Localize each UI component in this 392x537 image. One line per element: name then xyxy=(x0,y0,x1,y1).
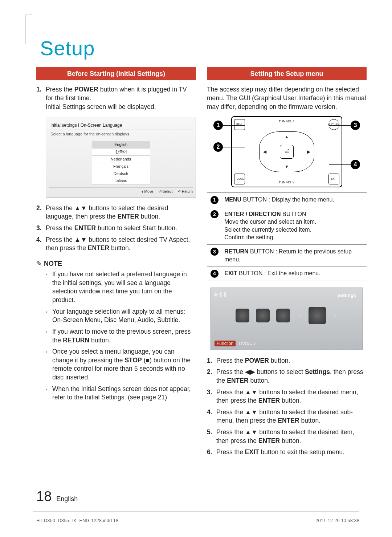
row-number: 4 xyxy=(211,270,219,278)
row-number: 2 xyxy=(211,210,219,218)
note-item: Your language selection will apply to al… xyxy=(46,308,196,325)
note-item: If you have not selected a preferred lan… xyxy=(46,270,196,305)
footer-timestamp: 2011-12-29 10:58:38 xyxy=(315,518,359,523)
down-arrow-icon: ▼ xyxy=(285,164,289,170)
left-step: Press the POWER button when it is plugge… xyxy=(36,85,196,111)
row-number: 1 xyxy=(211,196,219,204)
enter-button-icon: ⏎ xyxy=(280,145,294,159)
table-row: 3 RETURN BUTTON : Return to the previous… xyxy=(207,245,367,267)
footer-move: ♦ Move xyxy=(142,190,153,194)
remote-outline: MENU RETURN TOOLS EXIT TUNING ∧ TUNING ∨… xyxy=(231,116,342,187)
note-list: If you have not selected a preferred lan… xyxy=(36,270,196,402)
left-column: Before Starting (Initial Settings) Press… xyxy=(36,67,196,463)
dpad-ring: ▲ ▼ ◀ ▶ ⏎ xyxy=(259,131,314,172)
row-desc: ENTER / DIRECTION BUTTONMove the cursor … xyxy=(222,207,367,244)
right-section-heading: Setting the Setup menu xyxy=(207,67,367,80)
exit-button-icon: EXIT xyxy=(328,174,339,184)
button-description-table: 1 MENU BUTTON : Display the home menu. 2… xyxy=(207,192,367,281)
page-number-block: 18 English xyxy=(36,489,78,504)
manual-page: Setup Before Starting (Initial Settings)… xyxy=(0,0,392,537)
left-steps-cont: Press the ▲▼ buttons to select the desir… xyxy=(36,204,196,253)
lang-item: Italiano xyxy=(92,177,150,184)
footer-file: HT-D350_D355-TK_ENG-1228.indd 18 xyxy=(36,518,118,523)
right-steps: Press the POWER button. Press the ◀▶ but… xyxy=(207,357,367,457)
source-label: DVD/CD xyxy=(239,341,256,346)
screenshot-footer: ♦ Move ⏎ Select ↶ Return xyxy=(49,187,193,194)
left-arrow-icon: ‹ xyxy=(297,310,302,320)
screenshot-title: Initial settings I On-Screen Language xyxy=(49,121,193,130)
left-section-heading: Before Starting (Initial Settings) xyxy=(36,67,196,80)
return-button-icon: RETURN xyxy=(328,119,339,130)
callout-3: 3 xyxy=(351,121,360,130)
note-item: If you want to move to the previous scre… xyxy=(46,328,196,345)
footer-meta: HT-D350_D355-TK_ENG-1228.indd 18 2011-12… xyxy=(36,518,359,523)
right-intro: The access step may differ depending on … xyxy=(207,85,367,111)
left-step: Press the ENTER button to select Start b… xyxy=(36,224,196,233)
footer-return: ↶ Return xyxy=(178,190,193,194)
lang-item: 한국어 xyxy=(92,149,150,156)
page-title: Setup xyxy=(40,36,367,60)
table-row: 4 EXIT BUTTON : Exit the setup menu. xyxy=(207,267,367,281)
tuning-up-label: TUNING ∧ xyxy=(279,119,295,123)
lang-item: Français xyxy=(92,163,150,170)
gui-footer: Function DVD/CD xyxy=(215,341,256,346)
right-step: Press the ▲▼ buttons to select the desir… xyxy=(207,388,367,405)
gui-icon xyxy=(236,309,249,322)
gui-icon-settings xyxy=(309,307,326,324)
table-row: 1 MENU BUTTON : Display the home menu. xyxy=(207,193,367,207)
left-steps: Press the POWER button when it is plugge… xyxy=(36,85,196,111)
page-number: 18 xyxy=(36,489,52,504)
right-arrow-icon: ▶ xyxy=(307,149,310,155)
callout-1: 1 xyxy=(213,121,223,130)
gui-label: Settings xyxy=(338,292,356,299)
lang-item: Nederlands xyxy=(92,156,150,163)
footer-rule xyxy=(33,511,359,512)
left-step: Press the ▲▼ buttons to select desired T… xyxy=(36,236,196,253)
left-step: Press the ▲▼ buttons to select the desir… xyxy=(36,204,196,221)
screenshot-subtitle: Select a language for the on-screen disp… xyxy=(49,130,193,138)
tuning-down-label: TUNING ∨ xyxy=(279,180,295,184)
row-desc: EXIT BUTTON : Exit the setup menu. xyxy=(222,267,367,281)
lang-item: Deutsch xyxy=(92,170,150,178)
menu-button-icon: MENU xyxy=(234,119,245,130)
footer-select: ⏎ Select xyxy=(159,190,173,194)
left-arrow-icon: ◀ xyxy=(263,149,266,155)
settings-gui-mock: ▶❚❚ Settings ‹ › Function DVD/CD xyxy=(211,288,363,350)
play-pause-icon: ▶❚❚ xyxy=(215,291,227,298)
right-step: Press the ◀▶ buttons to select Settings,… xyxy=(207,368,367,385)
row-number: 3 xyxy=(211,248,219,256)
corner-mark xyxy=(25,15,32,44)
right-step: Press the EXIT button to exit the setup … xyxy=(207,448,367,457)
up-arrow-icon: ▲ xyxy=(285,134,289,140)
lang-item: English xyxy=(92,141,150,149)
table-row: 2 ENTER / DIRECTION BUTTONMove the curso… xyxy=(207,207,367,244)
right-arrow-icon: › xyxy=(332,310,338,320)
note-item: Once you select a menu language, you can… xyxy=(46,347,196,382)
right-step: Press the ▲▼ buttons to select the desir… xyxy=(207,428,367,445)
right-step: Press the POWER button. xyxy=(207,357,367,365)
note-item: When the Initial Settings screen does no… xyxy=(46,385,196,402)
remote-diagram: 1 2 3 4 MENU RETURN TOOLS EXIT TUNING ∧ … xyxy=(207,116,367,187)
note-heading: NOTE xyxy=(36,259,196,268)
right-step: Press the ▲▼ buttons to select the desir… xyxy=(207,408,367,425)
row-desc: RETURN BUTTON : Return to the previous s… xyxy=(222,245,367,267)
right-column: Setting the Setup menu The access step m… xyxy=(207,67,367,463)
function-badge: Function xyxy=(215,341,236,346)
tools-button-icon: TOOLS xyxy=(234,174,245,184)
initial-settings-screenshot: Initial settings I On-Screen Language Se… xyxy=(46,118,196,198)
gui-icon xyxy=(256,309,270,322)
callout-4: 4 xyxy=(351,160,360,169)
gui-icon xyxy=(276,309,290,322)
columns: Before Starting (Initial Settings) Press… xyxy=(36,67,367,463)
row-desc: MENU BUTTON : Display the home menu. xyxy=(222,193,367,207)
page-language: English xyxy=(56,495,78,503)
callout-2: 2 xyxy=(213,142,223,152)
language-list: English 한국어 Nederlands Français Deutsch … xyxy=(92,141,150,184)
gui-icon-row: ‹ › xyxy=(211,307,363,324)
